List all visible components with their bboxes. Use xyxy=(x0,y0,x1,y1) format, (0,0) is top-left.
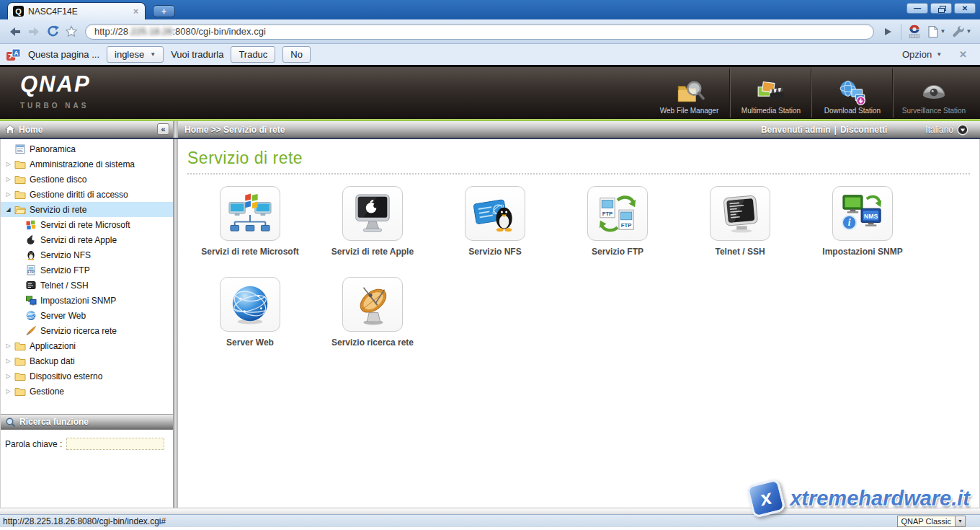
collapse-arrow-icon[interactable]: ◢ xyxy=(4,206,13,213)
panel-divider xyxy=(173,121,178,139)
reload-button[interactable] xyxy=(43,22,62,41)
service-telnet-ssh[interactable]: Telnet / SSH xyxy=(679,186,801,257)
sidebar-item-servizio-ftp[interactable]: FTP Servizio FTP xyxy=(1,262,173,278)
language-globe-icon[interactable] xyxy=(957,124,968,136)
back-button[interactable] xyxy=(6,22,24,41)
folder-icon xyxy=(13,371,27,382)
status-url: http://28.225.18.26:8080/cgi-bin/index.c… xyxy=(3,516,166,526)
url-hidden: .225.18.26 xyxy=(128,26,172,37)
tile xyxy=(342,277,403,332)
network-discovery-icon xyxy=(350,283,395,325)
restore-button[interactable] xyxy=(930,3,952,14)
close-button[interactable]: ✕ xyxy=(954,3,976,14)
service-label: Server Web xyxy=(226,337,274,348)
extension-button[interactable] xyxy=(905,22,924,41)
sidebar: Panoramica ▷ Amministrazione di sistema … xyxy=(0,139,173,508)
expand-arrow-icon[interactable]: ▷ xyxy=(4,343,13,349)
service-ftp[interactable]: FTP FTP Servizio FTP xyxy=(556,186,679,257)
page-icon xyxy=(927,25,939,38)
station-web-file-manager[interactable]: Web File Manager xyxy=(649,69,730,118)
sidebar-item-dispositivo-esterno[interactable]: ▷ Dispositivo esterno xyxy=(1,368,173,384)
breadcrumb-bar: Home >> Servizio di rete Benvenuti admin… xyxy=(178,121,980,139)
service-microsoft-network[interactable]: Servizi di rete Microsoft xyxy=(189,186,311,257)
url-prefix: http://28 xyxy=(94,26,128,37)
folder-open-icon xyxy=(13,204,27,216)
chevron-down-icon: ▼ xyxy=(966,28,972,35)
nfs-icon xyxy=(473,193,517,234)
expand-arrow-icon[interactable]: ▷ xyxy=(4,373,13,379)
address-bar[interactable]: http://28.225.18.26:8080/cgi-bin/index.c… xyxy=(85,24,874,40)
station-multimedia[interactable]: Multimedia Station xyxy=(730,69,811,118)
translate-message: Questa pagina ... xyxy=(28,49,99,60)
translate-options-button[interactable]: Opzion ▼ xyxy=(902,49,942,60)
expand-arrow-icon[interactable]: ▷ xyxy=(4,388,13,394)
keyword-input[interactable] xyxy=(66,438,164,450)
infobar-close-icon[interactable]: ✕ xyxy=(959,49,967,60)
forward-button[interactable] xyxy=(24,22,43,41)
language-select[interactable]: inglese ▼ xyxy=(107,46,164,63)
reload-icon xyxy=(46,25,60,38)
sidebar-item-panoramica[interactable]: Panoramica xyxy=(1,141,173,156)
web-file-manager-icon xyxy=(674,79,705,105)
xtremehardware-logo-icon: x xyxy=(746,478,786,518)
sidebar-item-server-web[interactable]: Server Web xyxy=(1,308,173,323)
sidebar-header-title: Home xyxy=(19,125,43,135)
sidebar-item-servizio-ricerca-rete[interactable]: Servizio ricerca rete xyxy=(1,323,173,338)
service-snmp[interactable]: NMS i Impostazioni SNMP xyxy=(801,186,924,257)
navigation-tree: Panoramica ▷ Amministrazione di sistema … xyxy=(1,139,173,414)
chevron-down-icon: ▼ xyxy=(150,51,156,58)
sidebar-item-gestione[interactable]: ▷ Gestione xyxy=(1,384,173,399)
browser-tab[interactable]: Q NASC4F14E × xyxy=(7,2,146,19)
bookmark-button[interactable] xyxy=(62,22,81,41)
translate-button[interactable]: Traduc xyxy=(231,46,275,63)
service-web-server[interactable]: Server Web xyxy=(189,277,311,348)
panel-divider[interactable] xyxy=(173,139,178,508)
wrench-menu-button[interactable]: ▼ xyxy=(948,22,974,41)
sidebar-item-telnet-ssh[interactable]: Telnet / SSH xyxy=(1,278,173,293)
sidebar-item-backup-dati[interactable]: ▷ Backup dati xyxy=(1,353,173,368)
go-button[interactable] xyxy=(878,22,897,41)
ftp-service-icon: FTP FTP xyxy=(595,193,640,234)
go-arrow-icon xyxy=(882,26,894,37)
service-label: Servizio ricerca rete xyxy=(331,337,414,348)
sidebar-item-gestione-disco[interactable]: ▷ Gestione disco xyxy=(1,172,173,187)
search-icon xyxy=(5,417,16,428)
windows-icon xyxy=(24,219,37,231)
theme-select[interactable]: QNAP Classic ▼ xyxy=(897,516,966,527)
expand-arrow-icon[interactable]: ▷ xyxy=(4,161,13,167)
sidebar-item-servizio-nfs[interactable]: Servizio NFS xyxy=(1,247,173,262)
folder-icon xyxy=(13,355,27,367)
qnap-header: QNAP TURBO NAS Web File Manager xyxy=(0,67,980,119)
station-download[interactable]: Download Station xyxy=(811,69,893,118)
sidebar-item-servizi-rete-apple[interactable]: Servizi di rete Apple xyxy=(1,232,173,247)
sidebar-item-gestione-diritti[interactable]: ▷ Gestione diritti di accesso xyxy=(1,187,173,202)
service-nfs[interactable]: Servizio NFS xyxy=(434,186,556,257)
folder-icon xyxy=(13,174,27,185)
chevron-down-icon: ▼ xyxy=(940,28,946,35)
chevron-down-icon: ▼ xyxy=(955,516,965,526)
sidebar-item-servizio-di-rete[interactable]: ◢ Servizio di rete xyxy=(1,202,173,217)
sidebar-item-applicazioni[interactable]: ▷ Applicazioni xyxy=(1,338,173,353)
folder-icon xyxy=(13,340,27,352)
new-tab-button[interactable]: + xyxy=(153,5,175,17)
station-surveillance[interactable]: Surveillance Station xyxy=(893,69,974,118)
folder-icon xyxy=(13,386,27,397)
expand-arrow-icon[interactable]: ▷ xyxy=(4,176,13,182)
minimize-button[interactable]: — xyxy=(906,3,928,14)
svg-text:i: i xyxy=(848,217,851,228)
page-menu-button[interactable]: ▼ xyxy=(924,22,948,41)
sidebar-item-impostazioni-snmp[interactable]: Impostazioni SNMP xyxy=(1,293,173,308)
collapse-sidebar-button[interactable]: « xyxy=(157,123,169,135)
terminal-icon xyxy=(24,280,37,291)
tab-close-icon[interactable]: × xyxy=(132,6,140,17)
service-network-discovery[interactable]: Servizio ricerca rete xyxy=(311,277,434,348)
service-apple-network[interactable]: Servizi di rete Apple xyxy=(311,186,434,257)
expand-arrow-icon[interactable]: ▷ xyxy=(4,191,13,198)
logout-link[interactable]: Disconnetti xyxy=(840,125,887,135)
sidebar-item-amministrazione-di-sistema[interactable]: ▷ Amministrazione di sistema xyxy=(1,156,173,172)
expand-arrow-icon[interactable]: ▷ xyxy=(4,358,13,364)
sidebar-item-servizi-rete-microsoft[interactable]: Servizi di rete Microsoft xyxy=(1,217,173,232)
home-icon xyxy=(5,125,15,134)
search-panel-header[interactable]: Ricerca funzione xyxy=(1,414,173,430)
no-translate-button[interactable]: No xyxy=(282,46,311,63)
